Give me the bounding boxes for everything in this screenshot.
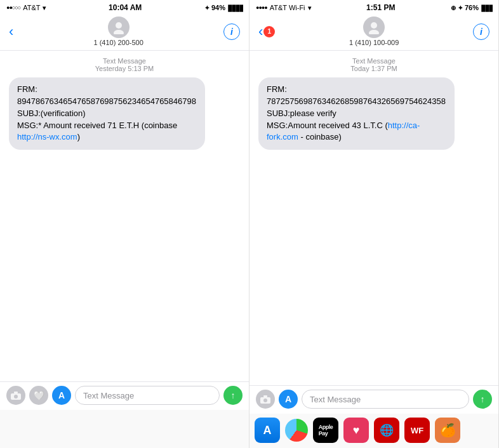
svg-point-6 (369, 30, 379, 34)
bluetooth-icon-2: ✦ (458, 4, 463, 11)
badge-2: 1 (263, 26, 275, 37)
phone-screen-1: ●●○○○ AT&T ▾ 10:04 AM ✦ 94% ▮▮▮▮ ‹ 1 (41… (0, 0, 250, 448)
message-timestamp-1: Text Message Yesterday 5:13 PM (9, 57, 240, 72)
dock-wf[interactable]: WF (404, 418, 430, 443)
dock-applepay[interactable]: ApplePay (313, 418, 338, 443)
send-button-1[interactable]: ↑ (223, 386, 243, 405)
info-button-2[interactable]: i (473, 23, 489, 40)
status-bar-1: ●●○○○ AT&T ▾ 10:04 AM ✦ 94% ▮▮▮▮ (0, 0, 249, 14)
svg-rect-9 (263, 395, 267, 397)
link-1[interactable]: http://ns-wx.com (17, 132, 77, 142)
message-input-1[interactable]: Text Message (75, 386, 220, 405)
dock-hearts[interactable]: ♥ (343, 418, 369, 443)
wifi-icon-2: ▾ (308, 4, 311, 11)
input-area-2: A Text Message ↑ (250, 385, 498, 414)
svg-point-5 (371, 22, 377, 29)
message-bubble-2: FRM: 78725756987634626859876432656975462… (258, 77, 455, 150)
signal-bars-2: ●●●● (256, 4, 267, 11)
message-area-1: Text Message Yesterday 5:13 PM FRM: 8947… (0, 51, 249, 381)
status-left-2: ●●●● AT&T Wi-Fi ▾ (256, 4, 311, 11)
carrier-2: AT&T Wi-Fi (270, 4, 305, 11)
wifi-icon-1: ▾ (43, 4, 46, 11)
carrier-1: AT&T (23, 4, 40, 11)
message-area-2: Text Message Today 1:37 PM FRM: 78725756… (250, 51, 498, 385)
nav-center-1: 1 (410) 200-500 (94, 16, 143, 46)
appstore-button-2[interactable]: A (279, 390, 298, 409)
battery-icon-1: ▮▮▮▮ (227, 3, 243, 13)
battery-percent-2: 76% (465, 4, 479, 11)
phone-screen-2: ●●●● AT&T Wi-Fi ▾ 1:51 PM ⊕ ✦ 76% ▮▮▮ ‹ … (250, 0, 499, 448)
dock-activity[interactable] (285, 419, 308, 442)
dock-appstore[interactable]: A (255, 418, 280, 443)
time-1: 10:04 AM (109, 3, 142, 12)
message-input-2[interactable]: Text Message (302, 390, 469, 409)
send-button-2[interactable]: ↑ (473, 390, 492, 409)
avatar-1 (108, 16, 130, 38)
hearts-button-1[interactable]: 🤍 (29, 386, 48, 405)
back-button-1[interactable]: ‹ (9, 23, 13, 40)
svg-point-1 (114, 30, 124, 34)
signal-dots-1: ●●○○○ (6, 4, 20, 11)
bluetooth-icon-1: ✦ (204, 4, 210, 11)
dock-globe[interactable]: 🌐 (374, 418, 399, 443)
status-right-2: ⊕ ✦ 76% ▮▮▮ (451, 3, 492, 13)
camera-button-2[interactable] (256, 390, 275, 409)
avatar-2 (363, 16, 385, 38)
nav-bar-1: ‹ 1 (410) 200-500 i (0, 14, 249, 51)
status-right-1: ✦ 94% ▮▮▮▮ (204, 3, 243, 13)
battery-icon-2: ▮▮▮ (481, 3, 492, 13)
svg-point-8 (263, 399, 267, 402)
nav-center-2: 1 (410) 100-009 (349, 16, 399, 46)
empty-dock-1 (0, 410, 249, 448)
message-bubble-1: FRM: 89478676346547658769875623465476584… (9, 77, 205, 150)
battery-percent-1: 94% (211, 4, 225, 11)
app-dock-2: A ApplePay ♥ 🌐 WF 🍊 (250, 414, 498, 448)
back-area-2[interactable]: ‹ 1 (258, 23, 275, 40)
message-timestamp-2: Text Message Today 1:37 PM (258, 57, 489, 72)
contact-number-2[interactable]: 1 (410) 100-009 (349, 39, 399, 46)
info-button-1[interactable]: i (223, 23, 240, 40)
status-bar-2: ●●●● AT&T Wi-Fi ▾ 1:51 PM ⊕ ✦ 76% ▮▮▮ (250, 0, 498, 14)
contact-number-1[interactable]: 1 (410) 200-500 (94, 39, 143, 46)
link-2[interactable]: http://ca-fork.com (267, 121, 420, 142)
location-icon-2: ⊕ (451, 4, 456, 11)
svg-rect-4 (14, 392, 18, 393)
nav-bar-2: ‹ 1 1 (410) 100-009 i (250, 14, 498, 51)
status-left-1: ●●○○○ AT&T ▾ (6, 4, 46, 11)
input-area-1: 🤍 A Text Message ↑ (0, 381, 249, 410)
svg-point-3 (14, 395, 18, 399)
svg-point-0 (116, 22, 122, 29)
dock-misc[interactable]: 🍊 (435, 418, 460, 443)
appstore-button-1[interactable]: A (52, 386, 71, 405)
time-2: 1:51 PM (366, 3, 395, 12)
camera-button-1[interactable] (6, 386, 25, 405)
